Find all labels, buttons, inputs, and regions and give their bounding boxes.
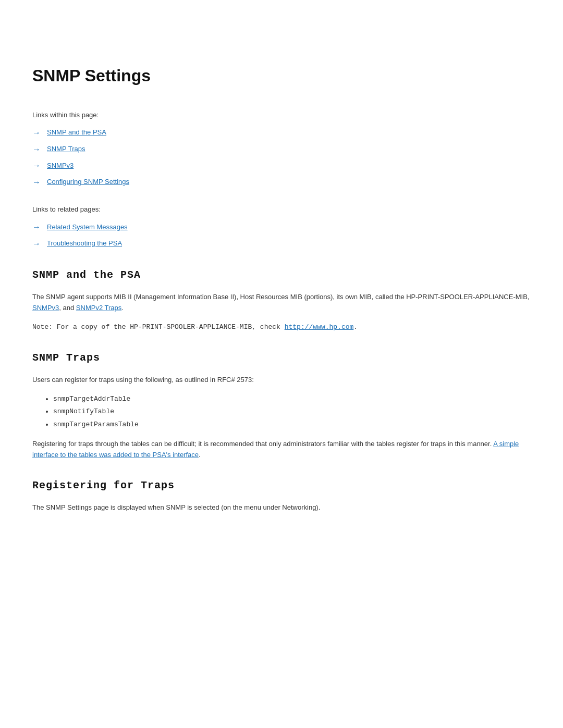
link-related-system-messages[interactable]: Related System Messages <box>47 222 128 233</box>
link-snmp-traps[interactable]: SNMP Traps <box>47 144 85 155</box>
link-troubleshooting-psa[interactable]: Troubleshooting the PSA <box>47 238 122 249</box>
snmp-psa-mid: , and <box>59 304 74 312</box>
heading-snmp-psa: SNMP and the PSA <box>32 267 531 283</box>
arrow-icon-3: → <box>32 159 42 172</box>
links-related-section: Links to related pages: → Related System… <box>32 204 531 250</box>
note-suffix: . <box>353 323 358 331</box>
snmp-psa-body: The SNMP agent supports MIB II (Manageme… <box>32 292 531 314</box>
page-title: SNMP Settings <box>32 63 531 89</box>
arrow-icon-6: → <box>32 237 42 251</box>
link-configuring[interactable]: Configuring SNMP Settings <box>47 177 129 188</box>
traps-body2-prefix: Registering for traps through the tables… <box>32 440 492 448</box>
snmp-traps-list: snmpTargetAddrTable snmpNotifyTable snmp… <box>32 394 531 430</box>
traps-body2-suffix: . <box>199 451 201 459</box>
link-snmp-psa[interactable]: SNMP and the PSA <box>47 127 106 138</box>
snmp-psa-end: . <box>121 304 124 312</box>
link-item-snmp-psa: → SNMP and the PSA <box>32 126 531 140</box>
registering-traps-body: The SNMP Settings page is displayed when… <box>32 502 531 513</box>
snmp-psa-note: Note: For a copy of the HP-PRINT-SPOOLER… <box>32 322 531 333</box>
link-snmpv3-inline[interactable]: SNMPv3 <box>32 304 59 312</box>
link-item-related-system: → Related System Messages <box>32 220 531 234</box>
links-related-label: Links to related pages: <box>32 204 531 215</box>
link-hp-com[interactable]: http://www.hp.com <box>285 323 354 331</box>
heading-snmp-traps: SNMP Traps <box>32 350 531 366</box>
link-snmpv3[interactable]: SNMPv3 <box>47 161 74 171</box>
section-registering-traps: Registering for Traps The SNMP Settings … <box>32 477 531 513</box>
link-item-troubleshooting: → Troubleshooting the PSA <box>32 237 531 251</box>
list-item-snmpTargetAddrTable: snmpTargetAddrTable <box>53 394 531 405</box>
section-snmp-psa: SNMP and the PSA The SNMP agent supports… <box>32 267 531 332</box>
list-item-snmpTargetParamsTable: snmpTargetParamsTable <box>53 419 531 430</box>
arrow-icon-1: → <box>32 126 42 140</box>
list-item-snmpNotifyTable: snmpNotifyTable <box>53 406 531 417</box>
link-item-configuring: → Configuring SNMP Settings <box>32 176 531 189</box>
note-prefix: Note: For a copy of the HP-PRINT-SPOOLER… <box>32 323 280 331</box>
snmp-traps-body2: Registering for traps through the tables… <box>32 439 531 461</box>
snmp-traps-body1: Users can register for traps using the f… <box>32 375 531 386</box>
heading-registering-traps: Registering for Traps <box>32 477 531 494</box>
link-item-snmp-traps: → SNMP Traps <box>32 143 531 156</box>
link-item-snmpv3: → SNMPv3 <box>32 159 531 172</box>
arrow-icon-5: → <box>32 220 42 234</box>
section-snmp-traps: SNMP Traps Users can register for traps … <box>32 350 531 461</box>
link-snmpv2-traps-inline[interactable]: SNMPv2 Traps <box>76 304 121 312</box>
links-within-section: Links within this page: → SNMP and the P… <box>32 110 531 189</box>
snmp-psa-body-text1: The SNMP agent supports MIB II (Manageme… <box>32 293 529 301</box>
links-within-label: Links within this page: <box>32 110 531 121</box>
arrow-icon-2: → <box>32 143 42 156</box>
arrow-icon-4: → <box>32 176 42 189</box>
